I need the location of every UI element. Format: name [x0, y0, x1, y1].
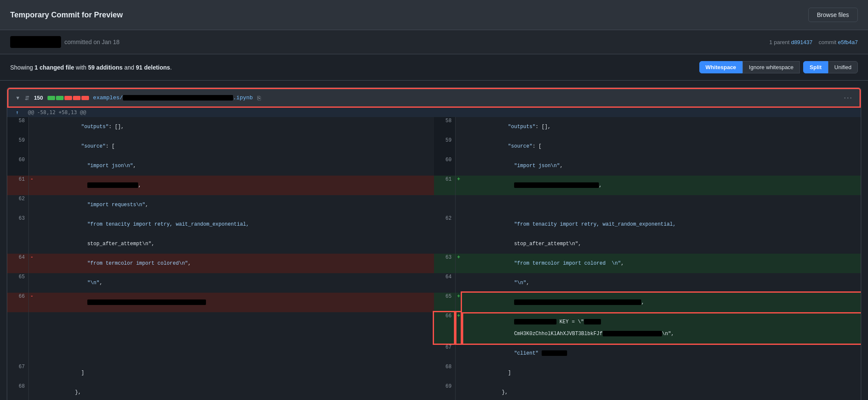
left-line-sign: - — [28, 293, 35, 312]
top-bar: Temporary Commit for Preview Browse file… — [0, 0, 868, 30]
table-row: 59 "source": [ 59 "source": [ — [7, 137, 861, 156]
copy-icon[interactable]: ⎘ — [257, 95, 261, 101]
diff-table: ↑ @@ -58,12 +58,13 @@ 58 "outputs": [], … — [7, 108, 861, 400]
right-line-code: "from termcolor import colored \n", — [462, 254, 861, 273]
left-line-code: "from tenacity import retry, wait_random… — [35, 215, 434, 234]
table-row: 68 }, 69 }, — [7, 383, 861, 400]
right-line-code: , — [462, 176, 861, 195]
table-row: 62 "import requests\n", — [7, 195, 861, 215]
diff-pills — [47, 96, 89, 100]
pill-red-3 — [81, 96, 89, 100]
left-line-code: "\n", — [35, 273, 434, 293]
right-line-sign: + — [455, 293, 462, 312]
left-line-sign — [28, 156, 35, 176]
whitespace-button[interactable]: Whitespace — [699, 61, 743, 73]
parent-hash-link[interactable]: d891437 — [791, 39, 812, 45]
table-row: 67 ] 68 ] — [7, 363, 861, 383]
right-line-code: ] — [462, 363, 861, 383]
right-line-sign: + — [455, 312, 462, 344]
right-line-num: 69 — [434, 383, 455, 400]
left-line-num: 60 — [7, 156, 28, 176]
right-line-code: "from tenacity import retry, wait_random… — [462, 215, 861, 234]
right-line-sign — [455, 363, 462, 383]
ignore-whitespace-button[interactable]: Ignore whitespace — [743, 61, 800, 73]
right-line-code: "client" — [462, 344, 861, 363]
table-row: 58 "outputs": [], 58 "outputs": [], — [7, 117, 861, 137]
table-row: 63 "from tenacity import retry, wait_ran… — [7, 215, 861, 234]
committed-date: committed on Jan 18 — [64, 39, 120, 45]
right-line-sign — [455, 383, 462, 400]
left-line-num: 67 — [7, 363, 28, 383]
file-header: ▼ ⇵ 150 examples/.ipynb ⎘ ··· — [7, 88, 861, 108]
right-line-num: 68 — [434, 363, 455, 383]
view-controls: Whitespace Ignore whitespace Split Unifi… — [699, 61, 858, 73]
parent-label: 1 parent — [769, 39, 790, 45]
split-button[interactable]: Split — [803, 61, 828, 73]
left-line-num: 61 — [7, 176, 28, 195]
left-line-sign — [28, 117, 35, 137]
left-line-sign — [28, 344, 35, 363]
table-row: 67 "client" — [7, 344, 861, 363]
commit-label: commit — [818, 39, 836, 45]
right-line-code: "\n", — [462, 273, 861, 293]
pill-green-2 — [56, 96, 64, 100]
right-line-code: "outputs": [], — [462, 117, 861, 137]
left-line-num: 65 — [7, 273, 28, 293]
right-line-num: 63 — [434, 254, 455, 273]
left-line-sign: - — [28, 254, 35, 273]
right-line-sign — [455, 137, 462, 156]
left-line-code: , — [35, 176, 434, 195]
commit-title: Temporary Commit for Preview — [10, 11, 123, 20]
left-line-num — [7, 312, 28, 344]
pill-red-2 — [73, 96, 81, 100]
summary-bar: Showing 1 changed file with 59 additions… — [0, 54, 868, 81]
right-line-num: 62 — [434, 215, 455, 234]
chevron-down-icon[interactable]: ▼ — [15, 95, 20, 101]
left-line-code — [35, 312, 434, 344]
right-line-num: 58 — [434, 117, 455, 137]
left-line-code: stop_after_attempt\n", — [35, 234, 434, 254]
file-section: ▼ ⇵ 150 examples/.ipynb ⎘ ··· ↑ @@ -58,1… — [7, 87, 861, 400]
left-line-sign: - — [28, 176, 35, 195]
right-line-sign — [455, 344, 462, 363]
left-line-num: 66 — [7, 293, 28, 312]
summary-text: Showing 1 changed file with 59 additions… — [10, 64, 172, 71]
right-line-num: 66 — [434, 312, 455, 344]
collapse-row[interactable]: ↑ @@ -58,12 +58,13 @@ — [7, 108, 861, 117]
left-line-num — [7, 344, 28, 363]
more-options-icon[interactable]: ··· — [844, 93, 853, 102]
left-line-sign — [28, 312, 35, 344]
right-line-sign — [455, 273, 462, 293]
left-line-sign — [28, 137, 35, 156]
left-line-num: 58 — [7, 117, 28, 137]
table-row: 66 + KEY = \" CmH3K0zChholKlAhXJVBT3Blbk… — [7, 312, 861, 344]
browse-files-button[interactable]: Browse files — [808, 8, 858, 22]
diff-icon: ⇵ — [25, 95, 30, 101]
left-line-sign — [28, 273, 35, 293]
avatar — [10, 36, 61, 48]
left-line-code — [35, 344, 434, 363]
right-line-sign — [455, 215, 462, 234]
right-line-sign: + — [455, 254, 462, 273]
left-line-sign — [28, 363, 35, 383]
meta-left: committed on Jan 18 — [10, 36, 120, 48]
right-line-num: 64 — [434, 273, 455, 293]
meta-bar: committed on Jan 18 1 parent d891437 com… — [0, 30, 868, 54]
commit-hash-link[interactable]: e5fb4a7 — [838, 39, 858, 45]
right-line-num — [434, 195, 455, 215]
right-line-num: 59 — [434, 137, 455, 156]
diff-stat: 150 — [34, 95, 43, 101]
right-line-code: "import json\n", — [462, 156, 861, 176]
left-line-sign — [28, 195, 35, 215]
unified-button[interactable]: Unified — [828, 61, 858, 73]
left-line-num: 63 — [7, 215, 28, 234]
right-line-code — [462, 195, 861, 215]
left-line-code: }, — [35, 383, 434, 400]
left-line-code: "source": [ — [35, 137, 434, 156]
right-line-sign — [455, 117, 462, 137]
right-line-num: 67 — [434, 344, 455, 363]
left-line-code: "import requests\n", — [35, 195, 434, 215]
file-header-left: ▼ ⇵ 150 examples/.ipynb ⎘ — [15, 95, 261, 101]
table-row: 61 - , 61 + , — [7, 176, 861, 195]
right-line-code: , — [462, 293, 861, 312]
